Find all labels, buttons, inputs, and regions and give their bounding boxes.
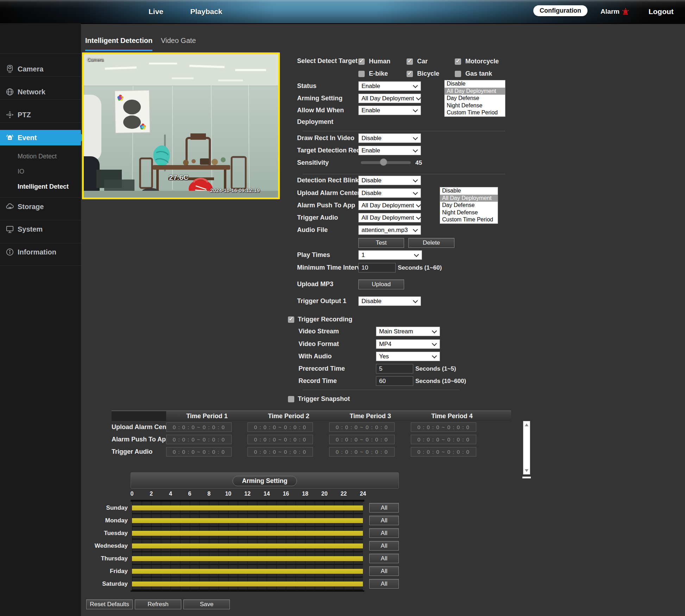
listbox-option[interactable]: All Day Deployment [445,88,505,95]
trigger-output-select[interactable]: Disable [358,296,421,306]
prerecord-input[interactable] [376,364,413,373]
trigger-snapshot-checkbox[interactable] [288,396,294,402]
tab-intelligent-detection[interactable]: Intelligent Detection [85,37,152,51]
time-period-cell[interactable]: 0 : 0 : 0 ~ 0 : 0 : 0 [411,435,476,444]
time-period-cell[interactable]: 0 : 0 : 0 ~ 0 : 0 : 0 [166,422,232,432]
sidebar-item-intelligent-detect[interactable]: Intelligent Detect [18,182,69,191]
sidebar-item-event[interactable]: Event [0,130,81,145]
day-all-button[interactable]: All [369,566,399,576]
detect-target-option[interactable]: Human [358,55,407,68]
vertical-scrollbar[interactable] [523,421,530,474]
time-period-cell[interactable]: 0 : 0 : 0 ~ 0 : 0 : 0 [166,435,232,444]
sensitivity-slider[interactable] [361,161,411,164]
record-time-input[interactable] [376,376,413,386]
day-all-button[interactable]: All [369,541,399,551]
nav-live[interactable]: Live [149,0,163,23]
arming-setting-select[interactable]: All Day Deployment [358,94,421,103]
detect-target-option[interactable]: Motorcycle [455,55,518,68]
day-all-button[interactable]: All [369,554,399,563]
arming-period-bar[interactable] [132,543,363,548]
trigger-audio-select[interactable]: All Day Deployment [358,213,421,222]
sidebar-item-camera[interactable]: Camera [0,61,81,77]
target-rect-select[interactable]: Enable [358,146,421,155]
arming-timeline[interactable] [132,514,363,527]
arming-period-bar[interactable] [132,531,363,536]
status-select[interactable]: Enable [358,81,421,91]
detect-target-option[interactable]: E-bike [358,68,407,80]
nav-configuration[interactable]: Configuration [533,5,587,16]
sidebar-item-information[interactable]: Information [0,244,81,260]
allow-md-select[interactable]: Enable [358,106,421,115]
listbox-option[interactable]: Custom Time Period [440,216,498,224]
detect-target-option[interactable]: Bicycle [407,68,455,80]
nav-alarm[interactable]: Alarm [601,0,630,23]
detect-target-option[interactable]: Gas tank [455,68,518,80]
nav-playback[interactable]: Playback [190,0,222,23]
save-button[interactable]: Save [183,599,230,609]
listbox-option[interactable]: Night Defense [445,102,505,109]
time-period-cell[interactable]: 0 : 0 : 0 ~ 0 : 0 : 0 [247,422,313,432]
time-period-cell[interactable]: 0 : 0 : 0 ~ 0 : 0 : 0 [411,422,476,432]
arming-timeline[interactable] [132,552,363,565]
sensitivity-slider-knob[interactable] [380,158,387,166]
day-all-button[interactable]: All [369,579,399,589]
day-all-button[interactable]: All [369,528,399,538]
time-period-cell[interactable]: 0 : 0 : 0 ~ 0 : 0 : 0 [166,447,232,457]
sidebar-item-motion-detect[interactable]: Motion Detect [18,151,57,161]
min-interval-input[interactable] [358,263,396,272]
play-times-select[interactable]: 1 [358,250,422,260]
arming-period-bar[interactable] [132,582,363,586]
time-period-cell[interactable]: 0 : 0 : 0 ~ 0 : 0 : 0 [329,447,395,457]
reset-defaults-button[interactable]: Reset Defaults [86,599,133,609]
sidebar-item-network[interactable]: Network [0,84,81,100]
arming-timeline[interactable] [132,565,363,578]
listbox-option[interactable]: All Day Deployment [440,195,498,202]
scroll-up-icon[interactable] [525,423,528,426]
motorcycle-checkbox[interactable] [455,58,461,65]
arming-period-bar[interactable] [132,518,363,523]
day-all-button[interactable]: All [369,503,399,513]
sidebar-item-storage[interactable]: Storage [0,199,81,214]
listbox-option[interactable]: Day Defense [445,95,505,102]
upload-alarm-center-select[interactable]: Disable [358,188,421,198]
draw-rect-select[interactable]: Disable [358,133,421,143]
bicycle-checkbox[interactable] [407,71,413,77]
scroll-down-icon[interactable] [525,469,528,472]
arming-period-bar[interactable] [132,569,363,574]
arming-period-bar[interactable] [132,505,363,510]
sidebar-item-io[interactable]: IO [18,166,24,176]
upload-button[interactable]: Upload [358,279,404,289]
listbox-option[interactable]: Day Defense [440,202,498,209]
alarm-push-select[interactable]: All Day Deployment [358,201,421,210]
video-preview[interactable]: Camera 27.6C 2024-10-16 09:12:19 [82,52,280,199]
arming-timeline[interactable] [132,578,363,590]
time-period-cell[interactable]: 0 : 0 : 0 ~ 0 : 0 : 0 [329,422,395,432]
time-period-cell[interactable]: 0 : 0 : 0 ~ 0 : 0 : 0 [411,447,476,457]
arming-period-bar[interactable] [132,556,363,561]
time-period-cell[interactable]: 0 : 0 : 0 ~ 0 : 0 : 0 [247,435,313,444]
car-checkbox[interactable] [407,58,413,65]
arming-timeline[interactable] [132,540,363,552]
time-period-cell[interactable]: 0 : 0 : 0 ~ 0 : 0 : 0 [329,435,395,444]
day-all-button[interactable]: All [369,516,399,525]
listbox-option[interactable]: Disable [440,187,498,195]
time-period-cell[interactable]: 0 : 0 : 0 ~ 0 : 0 : 0 [247,447,313,457]
audio-file-select[interactable]: attention_en.mp3 [358,225,421,235]
sidebar-item-system[interactable]: System [0,221,81,237]
e-bike-checkbox[interactable] [358,71,365,77]
arming-timeline[interactable] [132,502,363,514]
test-button[interactable]: Test [358,238,404,248]
video-stream-select[interactable]: Main Stream [376,327,440,336]
listbox-option[interactable]: Night Defense [440,209,498,216]
listbox-option[interactable]: Custom Time Period [445,109,505,117]
with-audio-select[interactable]: Yes [376,352,440,361]
arming-timeline[interactable] [132,527,363,540]
human-checkbox[interactable] [358,58,365,65]
tab-video-gate[interactable]: Video Gate [161,37,196,50]
video-format-select[interactable]: MP4 [376,339,440,349]
sidebar-item-ptz[interactable]: PTZ [0,107,81,122]
delete-button[interactable]: Delete [408,238,454,248]
refresh-button[interactable]: Refresh [135,599,181,609]
detect-target-option[interactable]: Car [407,55,455,68]
rect-blink-select[interactable]: Disable [358,176,421,185]
